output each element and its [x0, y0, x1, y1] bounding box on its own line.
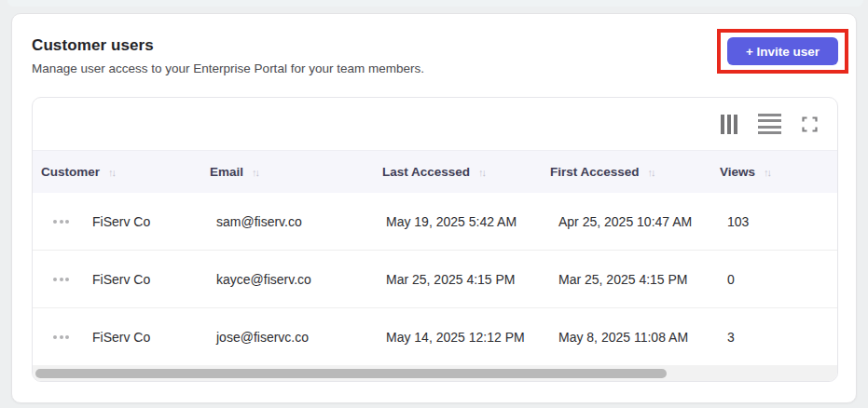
cell-last-accessed: Mar 25, 2025 4:15 PM — [386, 272, 558, 287]
users-table: Customer ↑↓ Email ↑↓ Last Accessed ↑↓ Fi… — [32, 97, 838, 382]
cell-views: 103 — [727, 214, 837, 229]
cell-first-accessed: Apr 25, 2025 10:47 AM — [558, 214, 727, 229]
view-columns-icon[interactable] — [721, 115, 738, 134]
row-actions-menu-icon[interactable] — [53, 278, 69, 281]
cell-customer: FiServ Co — [92, 272, 216, 287]
sort-icon[interactable]: ↑↓ — [648, 167, 654, 178]
cell-first-accessed: Mar 25, 2025 4:15 PM — [558, 272, 727, 287]
column-header-first-accessed[interactable]: First Accessed ↑↓ — [550, 165, 720, 179]
row-actions-menu-icon[interactable] — [53, 335, 69, 339]
previous-card-bottom-edge — [7, 0, 863, 7]
invite-user-button[interactable]: + Invite user — [727, 37, 838, 65]
sort-icon[interactable]: ↑↓ — [478, 167, 485, 178]
table-row: FiServ Co jose@fiservc.co May 14, 2025 1… — [33, 308, 837, 366]
horizontal-scrollbar[interactable] — [33, 365, 837, 381]
column-header-email[interactable]: Email ↑↓ — [210, 165, 382, 179]
horizontal-scrollbar-thumb[interactable] — [35, 369, 667, 378]
column-header-customer[interactable]: Customer ↑↓ — [41, 165, 210, 179]
page-subtitle: Manage user access to your Enterprise Po… — [32, 61, 424, 75]
sort-icon[interactable]: ↑↓ — [764, 167, 770, 178]
column-header-views[interactable]: Views ↑↓ — [720, 165, 837, 179]
cell-views: 0 — [727, 272, 837, 287]
cell-last-accessed: May 19, 2025 5:42 AM — [386, 214, 558, 229]
sort-icon[interactable]: ↑↓ — [252, 167, 258, 178]
cell-customer: FiServ Co — [92, 214, 216, 229]
table-header-row: Customer ↑↓ Email ↑↓ Last Accessed ↑↓ Fi… — [33, 150, 837, 193]
cell-customer: FiServ Co — [92, 330, 216, 345]
cell-last-accessed: May 14, 2025 12:12 PM — [386, 330, 558, 345]
table-toolbar — [33, 98, 837, 150]
cell-first-accessed: May 8, 2025 11:08 AM — [558, 330, 727, 345]
table-row: FiServ Co kayce@fiserv.co Mar 25, 2025 4… — [33, 251, 837, 308]
customer-users-card: Customer users Manage user access to you… — [11, 13, 857, 403]
row-density-icon[interactable] — [758, 114, 781, 135]
cell-email: jose@fiservc.co — [216, 330, 386, 345]
annotation-highlight-box: + Invite user — [717, 29, 848, 74]
row-actions-menu-icon[interactable] — [53, 220, 69, 224]
sort-icon[interactable]: ↑↓ — [108, 167, 115, 178]
page-title: Customer users — [32, 36, 154, 55]
cell-views: 3 — [727, 330, 837, 345]
fullscreen-icon[interactable] — [802, 116, 818, 132]
cell-email: sam@fiserv.co — [216, 214, 386, 229]
column-header-last-accessed[interactable]: Last Accessed ↑↓ — [382, 165, 550, 179]
cell-email: kayce@fiserv.co — [216, 272, 386, 287]
table-row: FiServ Co sam@fiserv.co May 19, 2025 5:4… — [33, 193, 837, 251]
